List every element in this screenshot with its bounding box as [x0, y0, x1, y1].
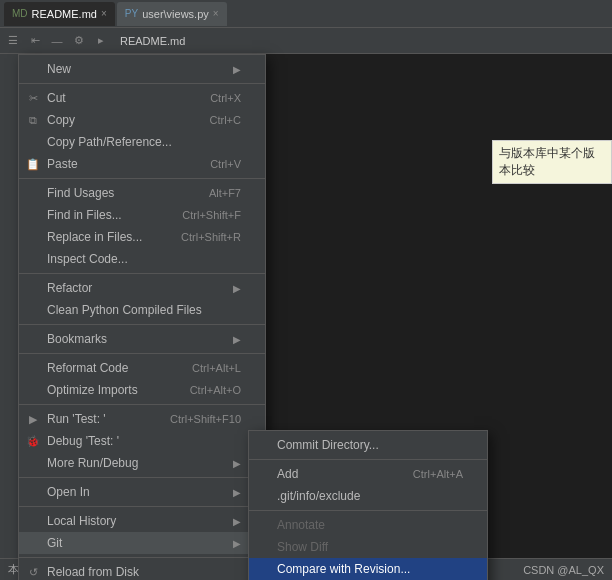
toolbar: ☰ ⇤ — ⚙ ▸ README.md: [0, 28, 612, 54]
git-menu-annotate: Annotate: [249, 514, 487, 536]
menu-item-open-in[interactable]: Open In ▶: [19, 481, 265, 503]
toolbar-gear-btn[interactable]: ⚙: [70, 32, 88, 50]
menu-item-inspect-code[interactable]: Inspect Code...: [19, 248, 265, 270]
tab-readme-label: README.md: [32, 8, 97, 20]
menu-item-cut[interactable]: ✂ Cut Ctrl+X: [19, 87, 265, 109]
toolbar-dash-btn[interactable]: —: [48, 32, 66, 50]
menu-item-new[interactable]: New ▶: [19, 58, 265, 80]
menu-item-reformat[interactable]: Reformat Code Ctrl+Alt+L: [19, 357, 265, 379]
separator-5: [19, 353, 265, 354]
menu-item-debug[interactable]: 🐞 Debug 'Test: ': [19, 430, 265, 452]
git-menu-add[interactable]: Add Ctrl+Alt+A: [249, 463, 487, 485]
separator-9: [19, 557, 265, 558]
menu-item-copy-path[interactable]: Copy Path/Reference...: [19, 131, 265, 153]
menu-item-clean-compiled[interactable]: Clean Python Compiled Files: [19, 299, 265, 321]
git-menu-compare-revision[interactable]: Compare with Revision...: [249, 558, 487, 580]
menu-item-find-in-files[interactable]: Find in Files... Ctrl+Shift+F: [19, 204, 265, 226]
separator-8: [19, 506, 265, 507]
toolbar-list-btn[interactable]: ☰: [4, 32, 22, 50]
context-menu: New ▶ ✂ Cut Ctrl+X ⧉ Copy Ctrl+C Copy Pa…: [18, 54, 266, 580]
menu-item-refactor[interactable]: Refactor ▶: [19, 277, 265, 299]
menu-item-bookmarks[interactable]: Bookmarks ▶: [19, 328, 265, 350]
tab-bar: MD README.md × PY user\views.py ×: [0, 0, 612, 28]
menu-item-optimize-imports[interactable]: Optimize Imports Ctrl+Alt+O: [19, 379, 265, 401]
menu-item-find-usages[interactable]: Find Usages Alt+F7: [19, 182, 265, 204]
sidebar: [0, 54, 18, 580]
git-menu-commit-dir[interactable]: Commit Directory...: [249, 434, 487, 456]
separator-1: [19, 83, 265, 84]
chinese-tooltip: 与版本库中某个版 本比较: [492, 140, 612, 184]
menu-item-copy[interactable]: ⧉ Copy Ctrl+C: [19, 109, 265, 131]
separator-7: [19, 477, 265, 478]
separator-2: [19, 178, 265, 179]
new-arrow: ▶: [233, 64, 241, 75]
tab-views-close[interactable]: ×: [213, 8, 219, 19]
run-icon: ▶: [25, 413, 41, 426]
cut-icon: ✂: [25, 92, 41, 105]
paste-icon: 📋: [25, 158, 41, 171]
separator-3: [19, 273, 265, 274]
open-in-arrow: ▶: [233, 487, 241, 498]
menu-item-git[interactable]: Git ▶: [19, 532, 265, 554]
git-menu-gitinfo[interactable]: .git/info/exclude: [249, 485, 487, 507]
menu-item-paste[interactable]: 📋 Paste Ctrl+V: [19, 153, 265, 175]
separator-6: [19, 404, 265, 405]
git-menu-show-diff: Show Diff: [249, 536, 487, 558]
git-arrow: ▶: [233, 538, 241, 549]
tab-readme-close[interactable]: ×: [101, 8, 107, 19]
toolbar-arrow-btn[interactable]: ▸: [92, 32, 110, 50]
copy-icon: ⧉: [25, 114, 41, 127]
git-sep-1: [249, 459, 487, 460]
debug-icon: 🐞: [25, 435, 41, 448]
more-run-arrow: ▶: [233, 458, 241, 469]
readme-file-icon: MD: [12, 8, 28, 19]
status-right: CSDN @AL_QX: [523, 564, 604, 576]
views-file-icon: PY: [125, 8, 138, 19]
toolbar-indent-btn[interactable]: ⇤: [26, 32, 44, 50]
reload-icon: ↺: [25, 566, 41, 579]
local-history-arrow: ▶: [233, 516, 241, 527]
bookmarks-arrow: ▶: [233, 334, 241, 345]
menu-item-more-run[interactable]: More Run/Debug ▶: [19, 452, 265, 474]
menu-item-replace-in-files[interactable]: Replace in Files... Ctrl+Shift+R: [19, 226, 265, 248]
breadcrumb: README.md: [114, 35, 185, 47]
menu-item-run[interactable]: ▶ Run 'Test: ' Ctrl+Shift+F10: [19, 408, 265, 430]
tab-views[interactable]: PY user\views.py ×: [117, 2, 227, 26]
tab-readme[interactable]: MD README.md ×: [4, 2, 115, 26]
tab-views-label: user\views.py: [142, 8, 209, 20]
refactor-arrow: ▶: [233, 283, 241, 294]
menu-item-reload[interactable]: ↺ Reload from Disk: [19, 561, 265, 580]
menu-item-local-history[interactable]: Local History ▶: [19, 510, 265, 532]
git-submenu: Commit Directory... Add Ctrl+Alt+A .git/…: [248, 430, 488, 580]
git-sep-2: [249, 510, 487, 511]
separator-4: [19, 324, 265, 325]
